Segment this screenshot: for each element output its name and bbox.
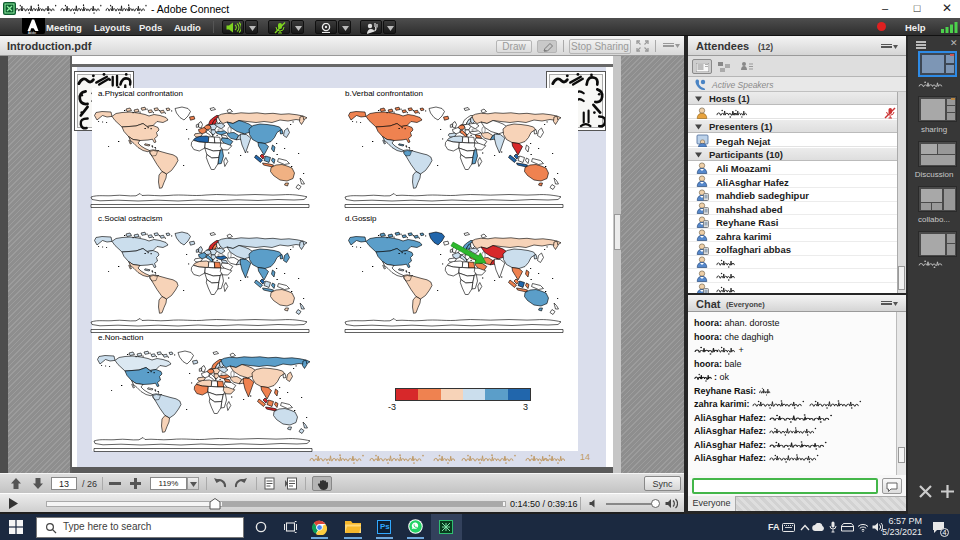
- svg-text:Adobe: Adobe: [28, 31, 37, 35]
